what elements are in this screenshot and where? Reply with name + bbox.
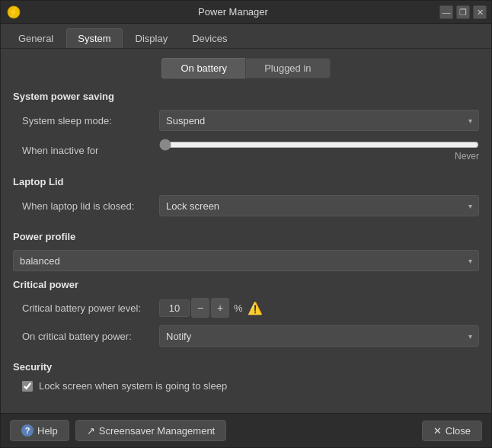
divider-2: [13, 224, 479, 225]
decrement-button[interactable]: −: [191, 298, 209, 318]
lock-screen-checkbox[interactable]: [22, 381, 33, 392]
close-button[interactable]: ✕ Close: [422, 421, 482, 441]
lock-screen-row: Lock screen when system is going to slee…: [13, 380, 479, 392]
lid-closed-dropdown[interactable]: Lock screen ▾: [159, 195, 479, 216]
window-controls: — ❐ ✕: [439, 5, 487, 19]
critical-level-label: Critical battery power level:: [22, 302, 159, 314]
tab-general[interactable]: General: [7, 28, 65, 48]
battery-tab-group: On battery Plugged in: [13, 58, 479, 78]
close-window-button[interactable]: ✕: [473, 5, 487, 19]
sleep-mode-label: System sleep mode:: [22, 115, 159, 126]
on-critical-dropdown[interactable]: Notify ▾: [159, 325, 479, 347]
help-label: Help: [37, 425, 58, 437]
security-title: Security: [13, 361, 479, 373]
minimize-button[interactable]: —: [439, 5, 453, 19]
screensaver-label: Screensaver Management: [99, 425, 215, 437]
critical-level-input[interactable]: [159, 299, 190, 317]
divider-3: [13, 354, 479, 355]
app-icon: ⚡: [7, 5, 21, 19]
inactive-row: When inactive for Never: [13, 139, 479, 162]
percent-label: %: [234, 302, 243, 314]
footer-left: ? Help ↗ Screensaver Management: [10, 420, 226, 441]
screensaver-button[interactable]: ↗ Screensaver Management: [75, 420, 226, 441]
laptop-lid-title: Laptop Lid: [13, 176, 479, 187]
tab-display[interactable]: Display: [124, 28, 180, 48]
tab-bar: General System Display Devices: [1, 24, 491, 49]
inactive-slider[interactable]: [159, 139, 479, 151]
warning-icon: ⚠️: [248, 301, 263, 315]
screensaver-icon: ↗: [87, 425, 95, 437]
main-window: ⚡ Power Manager — ❐ ✕ General System Dis…: [0, 0, 492, 448]
on-critical-row: On critical battery power: Notify ▾: [13, 325, 479, 347]
title-bar: ⚡ Power Manager — ❐ ✕: [1, 1, 491, 24]
power-profile-title: Power profile: [13, 231, 479, 242]
critical-power-title: Critical power: [13, 279, 479, 290]
power-profile-arrow-icon: ▾: [468, 257, 472, 265]
sleep-mode-dropdown[interactable]: Suspend ▾: [159, 110, 479, 131]
lid-closed-row: When laptop lid is closed: Lock screen ▾: [13, 195, 479, 216]
sleep-mode-arrow-icon: ▾: [468, 117, 472, 125]
restore-button[interactable]: ❐: [456, 5, 470, 19]
on-critical-value: Notify: [166, 331, 191, 342]
inactive-slider-label: Never: [159, 151, 479, 162]
content-area: On battery Plugged in System power savin…: [1, 49, 491, 413]
inactive-label: When inactive for: [22, 145, 159, 156]
power-profile-value: balanced: [20, 255, 60, 267]
on-critical-label: On critical battery power:: [22, 331, 159, 342]
divider-1: [13, 169, 479, 170]
lid-closed-label: When laptop lid is closed:: [22, 200, 159, 212]
window-title: Power Manager: [27, 6, 439, 18]
close-label: Close: [446, 425, 471, 437]
sleep-mode-value: Suspend: [166, 115, 205, 126]
lock-screen-label: Lock screen when system is going to slee…: [39, 380, 227, 392]
help-button[interactable]: ? Help: [10, 420, 69, 441]
on-critical-arrow-icon: ▾: [468, 332, 472, 341]
system-power-saving-title: System power saving: [13, 91, 479, 102]
tab-devices[interactable]: Devices: [181, 28, 238, 48]
close-icon: ✕: [433, 425, 442, 437]
tab-system[interactable]: System: [66, 28, 122, 48]
sleep-mode-row: System sleep mode: Suspend ▾: [13, 110, 479, 131]
help-icon: ?: [21, 424, 34, 437]
footer: ? Help ↗ Screensaver Management ✕ Close: [1, 413, 491, 447]
battery-tab-plugged-in[interactable]: Plugged in: [245, 58, 330, 78]
lid-closed-value: Lock screen: [166, 200, 219, 212]
increment-button[interactable]: +: [211, 298, 229, 318]
power-profile-dropdown[interactable]: balanced ▾: [13, 250, 479, 271]
inactive-slider-container: Never: [159, 139, 479, 162]
critical-level-row: Critical battery power level: − + % ⚠️: [13, 298, 479, 318]
svg-text:⚡: ⚡: [8, 7, 19, 18]
battery-tab-on-battery[interactable]: On battery: [161, 58, 245, 78]
lid-closed-arrow-icon: ▾: [468, 202, 472, 210]
